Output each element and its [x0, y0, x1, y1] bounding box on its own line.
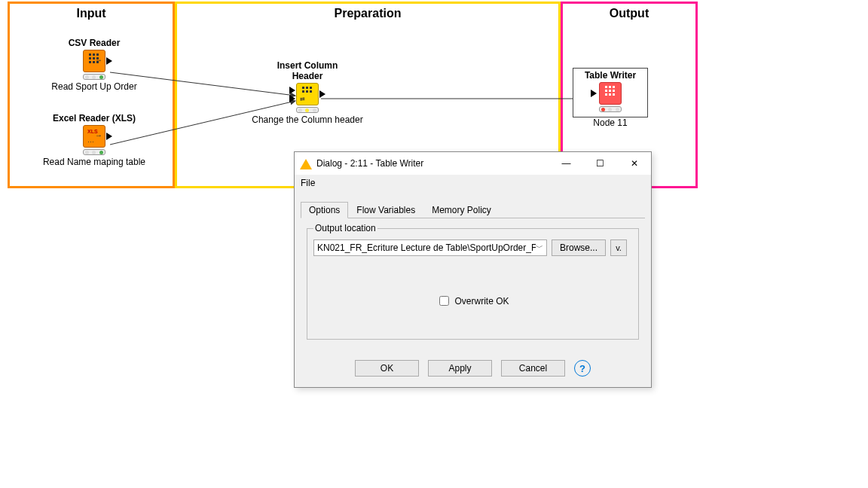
- flow-variable-button[interactable]: v.: [610, 239, 627, 256]
- menu-file[interactable]: File: [301, 178, 315, 188]
- node-insert-column-header[interactable]: Insert Column Header ⇄ Change the Column…: [247, 60, 368, 125]
- section-title-preparation: Preparation: [177, 7, 558, 20]
- tab-memory-policy[interactable]: Memory Policy: [423, 202, 500, 218]
- variable-icon: v.: [616, 243, 622, 252]
- node-table-writer[interactable]: Table Writer Node 11: [573, 68, 648, 128]
- node-xls-reader[interactable]: Excel Reader (XLS) XLS … → Read Name map…: [34, 113, 154, 167]
- table-writer-icon: [599, 82, 622, 105]
- node-label: Table Writer: [576, 70, 644, 81]
- node-label: Excel Reader (XLS): [34, 113, 154, 124]
- node-desc: Read Sport Up Order: [34, 81, 154, 92]
- dialog-menubar: File: [295, 175, 651, 191]
- apply-button[interactable]: Apply: [428, 360, 492, 377]
- tab-options[interactable]: Options: [301, 202, 348, 218]
- output-location-fieldset: Output location KN021_FR_Ecriture Lectur…: [307, 223, 639, 340]
- close-button[interactable]: ✕: [617, 152, 651, 175]
- status-traffic-light: [83, 74, 105, 80]
- output-path-value: KN021_FR_Ecriture Lecture de Table\Sport…: [317, 242, 536, 253]
- node-selection-box: Table Writer: [573, 68, 648, 117]
- workflow-canvas: Input Preparation Output CSV Reader →: [0, 0, 868, 488]
- dialog-titlebar[interactable]: Dialog - 2:11 - Table Writer — ☐ ✕: [295, 152, 651, 175]
- chevron-down-icon: ﹀: [536, 242, 543, 253]
- xls-reader-icon: XLS … →: [83, 125, 105, 148]
- tab-flow-variables[interactable]: Flow Variables: [348, 202, 423, 218]
- node-desc: Node 11: [573, 117, 648, 128]
- browse-button[interactable]: Browse...: [552, 239, 606, 256]
- minimize-button[interactable]: —: [549, 152, 583, 175]
- tab-panel-options: Output location KN021_FR_Ecriture Lectur…: [301, 218, 645, 344]
- section-title-output: Output: [563, 7, 695, 20]
- fieldset-legend: Output location: [313, 223, 377, 233]
- node-csv-reader[interactable]: CSV Reader → Read Sport Up Order: [34, 38, 154, 92]
- dialog-title: Dialog - 2:11 - Table Writer: [316, 158, 549, 169]
- output-path-combo[interactable]: KN021_FR_Ecriture Lecture de Table\Sport…: [313, 239, 547, 256]
- status-traffic-light: [83, 149, 105, 155]
- node-desc: Change the Column header: [247, 114, 368, 125]
- csv-reader-icon: →: [83, 50, 105, 72]
- tab-strip: Options Flow Variables Memory Policy: [301, 202, 645, 218]
- status-traffic-light: [599, 106, 622, 112]
- overwrite-checkbox[interactable]: [439, 296, 449, 306]
- overwrite-label: Overwrite OK: [454, 296, 509, 307]
- status-traffic-light: [296, 107, 319, 113]
- maximize-button[interactable]: ☐: [583, 152, 617, 175]
- node-label: CSV Reader: [34, 38, 154, 48]
- dialog-table-writer: Dialog - 2:11 - Table Writer — ☐ ✕ File …: [294, 151, 652, 388]
- help-button[interactable]: ?: [574, 360, 591, 377]
- cancel-button[interactable]: Cancel: [501, 360, 565, 377]
- section-title-input: Input: [10, 7, 173, 20]
- ok-button[interactable]: OK: [355, 360, 419, 377]
- column-header-icon: ⇄: [296, 83, 319, 105]
- node-label-line1: Insert Column: [247, 60, 368, 71]
- knime-icon: [300, 157, 312, 169]
- node-desc: Read Name maping table: [34, 157, 154, 167]
- node-label-line2: Header: [247, 71, 368, 81]
- dialog-button-row: OK Apply Cancel ?: [295, 360, 651, 377]
